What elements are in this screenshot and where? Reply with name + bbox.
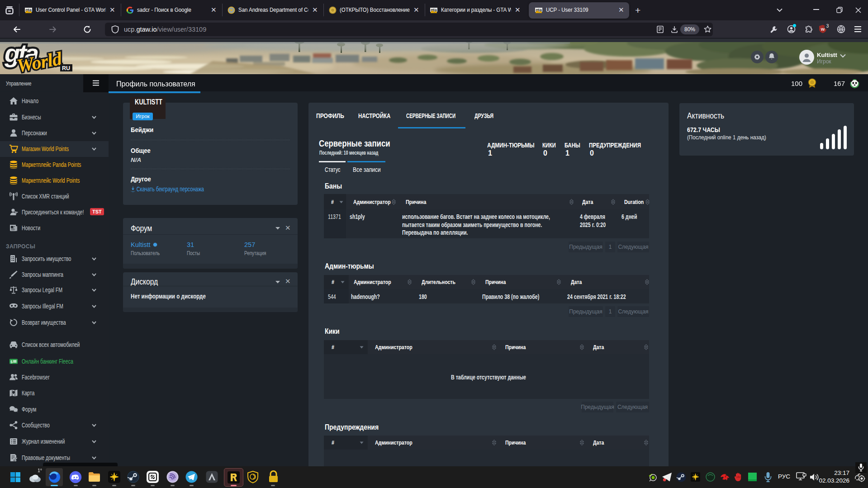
svg-text:RU: RU bbox=[62, 65, 70, 71]
svg-text:$: $ bbox=[10, 360, 13, 364]
